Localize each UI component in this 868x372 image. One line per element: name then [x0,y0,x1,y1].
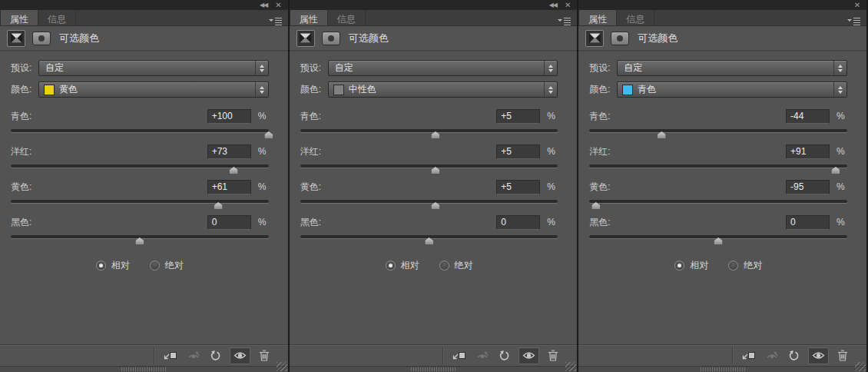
color-dropdown[interactable]: 中性色 [328,81,558,98]
yellow-slider-thumb[interactable] [214,202,223,209]
panel-titlebar[interactable]: ◀◀ ✕ [290,0,578,10]
visibility-eye-button[interactable] [518,347,539,364]
corner-resize-grip-icon[interactable] [855,362,866,371]
spinner-icon[interactable] [833,61,846,75]
yellow-value-field[interactable]: +5 [496,180,540,194]
spinner-icon[interactable] [833,82,846,97]
cyan-slider-thumb[interactable] [264,131,273,138]
black-slider-thumb[interactable] [714,237,723,244]
black-slider-thumb[interactable] [135,237,144,244]
delete-adjustment-trash-icon[interactable] [259,350,270,361]
view-previous-state-icon[interactable] [186,350,201,360]
panel-titlebar[interactable]: ✕ [578,0,866,10]
magenta-slider-track[interactable] [589,164,847,168]
absolute-radio[interactable]: 绝对 [439,259,473,272]
black-slider-track[interactable] [589,235,847,238]
preset-dropdown[interactable]: 自定 [38,60,269,76]
reset-adjustment-icon[interactable] [499,350,510,361]
mask-icon[interactable] [322,32,340,45]
tab-properties[interactable]: 属性 [290,10,328,25]
close-button[interactable]: ✕ [854,2,860,8]
reset-adjustment-icon[interactable] [210,350,221,361]
tab-info[interactable]: 信息 [617,10,654,25]
corner-resize-grip-icon[interactable] [277,362,287,371]
panel-bottom-edge[interactable] [578,366,866,372]
clip-to-layer-icon[interactable] [452,350,466,361]
magenta-value-field[interactable]: +5 [496,144,540,159]
magenta-value-field[interactable]: +91 [786,144,830,159]
spinner-icon[interactable] [544,61,557,75]
panel-menu-icon[interactable] [269,10,288,25]
relative-radio[interactable]: 相对 [674,259,708,272]
tab-properties[interactable]: 属性 [578,10,617,25]
black-value-field[interactable]: 0 [207,215,251,230]
cyan-slider-track[interactable] [300,129,558,132]
tab-info[interactable]: 信息 [38,10,76,25]
black-value-field[interactable]: 0 [786,215,830,230]
cyan-value-field[interactable]: +5 [496,109,540,124]
magenta-slider-track[interactable] [300,164,558,168]
magenta-slider-thumb[interactable] [831,167,840,174]
mask-icon[interactable] [32,32,51,45]
visibility-eye-button[interactable] [808,347,829,364]
selective-color-adjustment-icon[interactable] [585,30,604,47]
color-dropdown[interactable]: 黄色 [38,81,269,98]
delete-adjustment-trash-icon[interactable] [548,350,558,361]
magenta-slider-thumb[interactable] [431,167,439,174]
tab-properties[interactable]: 属性 [0,10,38,25]
close-button[interactable]: ✕ [565,2,571,8]
selective-color-adjustment-icon[interactable] [7,30,25,47]
tab-info[interactable]: 信息 [328,10,366,25]
relative-radio[interactable]: 相对 [386,259,419,272]
black-value-field[interactable]: 0 [496,215,540,230]
visibility-eye-button[interactable] [230,347,250,364]
collapse-to-icons-button[interactable]: ◀◀ [549,2,557,8]
corner-resize-grip-icon[interactable] [565,362,576,371]
preset-dropdown[interactable]: 自定 [328,60,558,76]
magenta-slider-thumb[interactable] [230,167,238,174]
view-previous-state-icon[interactable] [764,350,780,360]
cyan-slider-track[interactable] [11,129,269,132]
spinner-icon[interactable] [544,82,557,97]
close-button[interactable]: ✕ [275,2,281,8]
color-dropdown[interactable]: 青色 [617,81,847,98]
panel-titlebar[interactable]: ◀◀ ✕ [0,0,288,10]
clip-to-layer-icon[interactable] [741,350,756,361]
black-slider-thumb[interactable] [425,237,433,244]
magenta-value-field[interactable]: +73 [207,144,251,159]
collapse-to-icons-button[interactable]: ◀◀ [260,2,267,8]
preset-dropdown[interactable]: 自定 [617,60,847,76]
yellow-slider-track[interactable] [300,200,558,203]
cyan-value-field[interactable]: -44 [786,109,830,124]
resize-grip-icon[interactable] [701,367,745,371]
delete-adjustment-trash-icon[interactable] [837,350,848,361]
cyan-value-field[interactable]: +100 [207,109,251,124]
yellow-slider-track[interactable] [11,200,269,203]
reset-adjustment-icon[interactable] [788,350,800,361]
black-slider-track[interactable] [11,235,269,238]
cyan-slider-thumb[interactable] [431,131,439,138]
cyan-slider-track[interactable] [589,129,847,132]
panel-menu-icon[interactable] [558,10,577,25]
cyan-slider-thumb[interactable] [658,131,666,138]
clip-to-layer-icon[interactable] [163,350,177,361]
yellow-value-field[interactable]: -95 [786,180,830,194]
yellow-slider-thumb[interactable] [591,202,600,209]
relative-radio[interactable]: 相对 [96,259,130,272]
yellow-slider-track[interactable] [589,200,847,203]
black-slider-track[interactable] [300,235,558,238]
resize-grip-icon[interactable] [411,367,456,371]
yellow-slider-thumb[interactable] [431,202,439,209]
spinner-icon[interactable] [255,61,268,75]
spinner-icon[interactable] [255,82,268,97]
absolute-radio[interactable]: 绝对 [728,259,762,272]
panel-menu-icon[interactable] [847,10,866,25]
panel-bottom-edge[interactable] [290,366,578,372]
resize-grip-icon[interactable] [121,367,166,371]
yellow-value-field[interactable]: +61 [207,180,251,194]
panel-bottom-edge[interactable] [0,366,288,372]
magenta-slider-track[interactable] [11,164,269,168]
view-previous-state-icon[interactable] [475,350,490,360]
absolute-radio[interactable]: 绝对 [150,259,184,272]
mask-icon[interactable] [611,32,629,45]
